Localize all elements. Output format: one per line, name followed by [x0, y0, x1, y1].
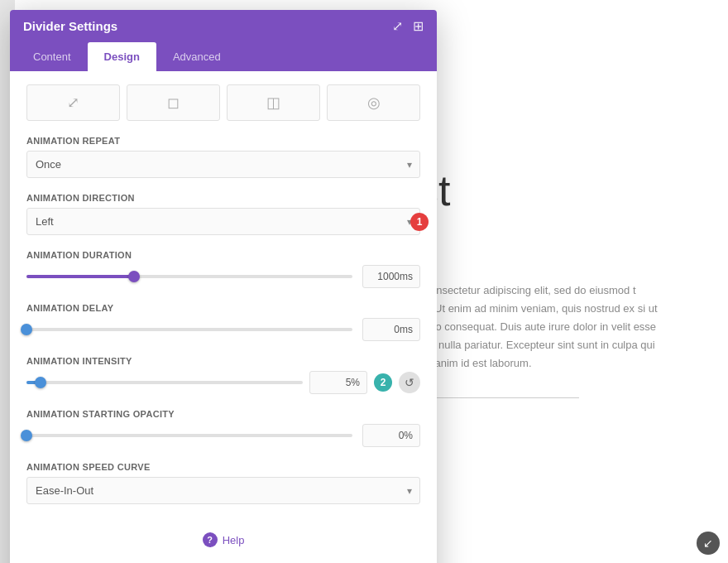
corner-arrow-icon[interactable]: ↙ — [697, 532, 720, 555]
anim-icon-expand[interactable]: ⤢ — [26, 84, 120, 121]
help-label: Help — [223, 534, 245, 546]
animation-direction-label: Animation Direction — [26, 193, 420, 203]
animation-repeat-select-wrapper: Once Loop Infinite ▾ — [26, 151, 420, 178]
animation-duration-fill — [26, 275, 134, 278]
animation-repeat-select[interactable]: Once Loop Infinite — [26, 151, 420, 178]
modal-body: ⤢ ◻ ◫ ◎ Animation Repeat Once Loop Infin… — [10, 71, 437, 563]
animation-intensity-group: Animation Intensity 2 ↺ — [26, 356, 420, 394]
animation-intensity-input[interactable] — [309, 371, 367, 394]
animation-speed-curve-group: Animation Speed Curve Ease-In-Out Ease-I… — [26, 462, 420, 504]
animation-duration-group: Animation Duration — [26, 250, 420, 288]
help-icon: ? — [203, 532, 218, 547]
help-section[interactable]: ? Help — [26, 519, 420, 554]
animation-delay-input[interactable] — [362, 318, 420, 341]
anim-icon-slide[interactable]: ◫ — [227, 84, 320, 121]
animation-starting-opacity-track[interactable] — [26, 434, 352, 437]
animation-delay-track[interactable] — [26, 328, 352, 331]
animation-direction-select[interactable]: Left Right Top Bottom — [26, 208, 420, 235]
animation-direction-group: Animation Direction Left Right Top Botto… — [26, 193, 420, 235]
animation-direction-row: Left Right Top Bottom ▾ 1 — [26, 208, 420, 235]
animation-starting-opacity-thumb[interactable] — [21, 430, 32, 441]
animation-delay-row — [26, 318, 420, 341]
modal-title: Divider Settings — [23, 19, 117, 33]
animation-delay-thumb[interactable] — [21, 324, 32, 335]
animation-speed-curve-select-wrapper: Ease-In-Out Ease-In Ease-Out Linear ▾ — [26, 477, 420, 504]
animation-repeat-group: Animation Repeat Once Loop Infinite ▾ — [26, 136, 420, 178]
animation-starting-opacity-row — [26, 424, 420, 447]
divider-settings-modal: Divider Settings ⤢ ⊞ Content Design Adva… — [10, 10, 437, 563]
modal-header: Divider Settings ⤢ ⊞ — [10, 10, 437, 42]
animation-intensity-thumb[interactable] — [35, 377, 46, 388]
animation-speed-curve-label: Animation Speed Curve — [26, 462, 420, 472]
animation-starting-opacity-label: Animation Starting Opacity — [26, 409, 420, 419]
direction-badge: 1 — [410, 213, 429, 231]
animation-direction-select-wrapper: Left Right Top Bottom ▾ — [26, 208, 420, 235]
intensity-reset-button[interactable]: ↺ — [399, 372, 420, 393]
animation-duration-label: Animation Duration — [26, 250, 420, 260]
animation-icons-row: ⤢ ◻ ◫ ◎ — [26, 84, 420, 121]
anim-icon-rotate[interactable]: ◎ — [327, 84, 420, 121]
animation-duration-track[interactable] — [26, 275, 352, 278]
animation-duration-thumb[interactable] — [128, 271, 140, 282]
animation-intensity-track[interactable] — [26, 381, 303, 384]
grid-icon[interactable]: ⊞ — [413, 18, 424, 34]
animation-starting-opacity-input[interactable] — [362, 424, 420, 447]
animation-speed-curve-select[interactable]: Ease-In-Out Ease-In Ease-Out Linear — [26, 477, 420, 504]
tabs-bar: Content Design Advanced — [10, 42, 437, 71]
animation-duration-input[interactable] — [362, 265, 420, 288]
animation-starting-opacity-group: Animation Starting Opacity — [26, 409, 420, 447]
tab-design[interactable]: Design — [88, 42, 156, 71]
intensity-badge: 2 — [374, 373, 392, 392]
expand-icon[interactable]: ⤢ — [392, 18, 403, 34]
animation-delay-group: Animation Delay — [26, 303, 420, 341]
animation-intensity-row: 2 ↺ — [26, 371, 420, 394]
animation-repeat-label: Animation Repeat — [26, 136, 420, 146]
header-icons: ⤢ ⊞ — [392, 18, 424, 34]
animation-intensity-label: Animation Intensity — [26, 356, 420, 366]
animation-delay-label: Animation Delay — [26, 303, 420, 313]
tab-content[interactable]: Content — [17, 42, 88, 71]
anim-icon-fade[interactable]: ◻ — [127, 84, 220, 121]
animation-duration-row — [26, 265, 420, 288]
tab-advanced[interactable]: Advanced — [156, 42, 237, 71]
